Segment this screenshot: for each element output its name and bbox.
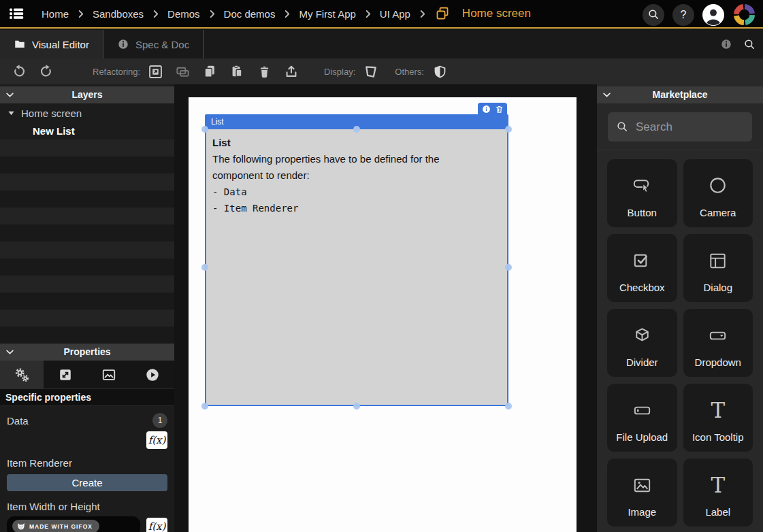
marketplace-item-label: File Upload	[616, 431, 668, 452]
marketplace-item-image[interactable]: Image	[607, 459, 677, 527]
help-button[interactable]: ?	[672, 4, 694, 26]
properties-panel-title: Properties	[0, 344, 174, 361]
layer-row-empty	[0, 156, 174, 173]
breadcrumb-ui-app[interactable]: UI App	[380, 8, 410, 20]
resize-icon	[58, 367, 73, 382]
layer-row-empty	[0, 139, 174, 156]
component-info-button[interactable]	[482, 105, 491, 114]
breadcrumb-doc-demos[interactable]: Doc demos	[224, 8, 276, 20]
image-icon	[101, 367, 116, 382]
marketplace-item-label: Dialog	[703, 282, 732, 302]
breadcrumb-sandboxes[interactable]: Sandboxes	[93, 8, 144, 20]
export-button[interactable]	[283, 63, 299, 80]
breadcrumb-demos[interactable]: Demos	[167, 8, 200, 20]
layer-row-empty	[0, 310, 174, 327]
camera-lens-icon	[707, 159, 729, 207]
others-label: Others:	[395, 67, 424, 77]
properties-fields: Data 1 f(x) Item Renderer Create Item Wi…	[0, 406, 174, 532]
info-icon[interactable]	[720, 38, 732, 50]
create-item-renderer-button[interactable]: Create	[7, 474, 167, 491]
app-screen-canvas[interactable]: List List The following properties have …	[189, 97, 577, 532]
top-app-bar: Home Sandboxes Demos Doc demos My First …	[0, 0, 763, 29]
properties-tab-actions[interactable]	[131, 361, 174, 388]
question-mark-icon: ?	[681, 9, 687, 21]
marketplace-item-dropdown[interactable]: Dropdown	[683, 309, 753, 377]
properties-tab-specific[interactable]	[0, 361, 44, 388]
chevron-down-icon[interactable]	[5, 347, 15, 357]
search-icon[interactable]	[743, 38, 756, 51]
text-t-icon: T	[711, 459, 725, 506]
chevron-down-icon[interactable]	[602, 90, 612, 100]
user-avatar[interactable]	[702, 4, 724, 26]
menu-icon[interactable]	[6, 3, 27, 24]
export-icon	[284, 64, 299, 79]
transform-bounds-button[interactable]	[362, 63, 378, 80]
chevron-right-icon	[209, 10, 215, 18]
marketplace-item-label: Label	[705, 506, 730, 527]
selection-handle[interactable]	[201, 126, 208, 133]
selection-handle[interactable]	[201, 264, 208, 271]
fox-icon	[16, 522, 26, 531]
marketplace-search-box[interactable]	[608, 112, 752, 142]
properties-tab-style[interactable]	[87, 361, 131, 388]
marketplace-item-button[interactable]: Button	[607, 159, 677, 227]
item-renderer-label: Item Renderer	[7, 457, 167, 469]
selection-handle[interactable]	[201, 403, 208, 410]
list-placeholder-line1: The following properties have to be defi…	[212, 151, 501, 167]
wrap-component-button[interactable]	[174, 63, 191, 80]
chevron-down-icon[interactable]	[5, 90, 15, 100]
data-fx-button[interactable]: f(x)	[146, 431, 167, 449]
brand-logo[interactable]	[732, 3, 756, 27]
selection-handle[interactable]	[505, 403, 512, 410]
tab-spec-doc[interactable]: Spec & Doc	[103, 30, 204, 59]
shield-icon	[433, 65, 447, 79]
editor-toolbar: Refactoring: Display: Others:	[0, 59, 763, 84]
selection-handle[interactable]	[505, 126, 512, 133]
data-count-badge: 1	[152, 413, 167, 428]
selection-handle[interactable]	[353, 403, 360, 410]
redo-button[interactable]	[38, 63, 54, 80]
global-search-button[interactable]	[643, 4, 664, 26]
tab-visual-editor-label: Visual Editor	[32, 39, 89, 50]
play-circle-icon	[145, 367, 160, 382]
gears-icon	[14, 367, 30, 383]
extract-component-button[interactable]	[147, 63, 163, 80]
item-size-fx-button[interactable]: f(x)	[146, 518, 167, 532]
layer-item-new-list[interactable]: New List	[0, 122, 174, 139]
marketplace-item-file-upload[interactable]: File Upload	[607, 384, 677, 452]
marketplace-item-label: Image	[628, 506, 656, 527]
component-delete-button[interactable]	[495, 105, 504, 114]
breadcrumb-my-first-app[interactable]: My First App	[299, 8, 355, 20]
marketplace-item-checkbox[interactable]: Checkbox	[607, 234, 677, 302]
breadcrumb: Home Sandboxes Demos Doc demos My First …	[42, 5, 531, 22]
list-requirement-item-renderer: - Item Renderer	[212, 200, 501, 216]
breadcrumb-home[interactable]: Home	[42, 8, 69, 20]
item-size-input[interactable]: MADE WITH GIFOX	[7, 516, 140, 532]
selection-handle[interactable]	[353, 126, 360, 133]
undo-button[interactable]	[11, 63, 27, 80]
list-component-body[interactable]: List The following properties have to be…	[205, 129, 508, 406]
delete-button[interactable]	[256, 63, 272, 80]
marketplace-item-icon-tooltip[interactable]: T Icon Tooltip	[683, 384, 753, 452]
marketplace-item-divider[interactable]: Divider	[607, 309, 677, 377]
properties-tab-layout[interactable]	[44, 361, 87, 388]
marketplace-item-label: Camera	[700, 207, 736, 227]
marketplace-item-label: Button	[628, 207, 657, 227]
screens-icon	[434, 5, 451, 22]
layer-item-home-screen[interactable]: Home screen	[0, 103, 174, 122]
specific-properties-section-title: Specific properties	[0, 388, 174, 406]
dialog-window-icon	[707, 234, 729, 282]
marketplace-item-dialog[interactable]: Dialog	[683, 234, 753, 302]
permissions-button[interactable]	[432, 63, 449, 80]
copy-button[interactable]	[201, 63, 218, 80]
marketplace-item-label: Dropdown	[695, 356, 741, 377]
marketplace-item-label-component[interactable]: T Label	[683, 459, 753, 527]
marketplace-item-camera[interactable]: Camera	[683, 159, 753, 227]
tab-visual-editor[interactable]: Visual Editor	[0, 30, 103, 59]
expander-triangle-icon[interactable]	[7, 110, 15, 117]
marketplace-search-input[interactable]	[636, 120, 763, 134]
paste-button[interactable]	[229, 63, 245, 80]
selection-handle[interactable]	[505, 264, 512, 271]
text-t-icon: T	[711, 384, 725, 431]
layer-row-empty	[0, 225, 174, 242]
